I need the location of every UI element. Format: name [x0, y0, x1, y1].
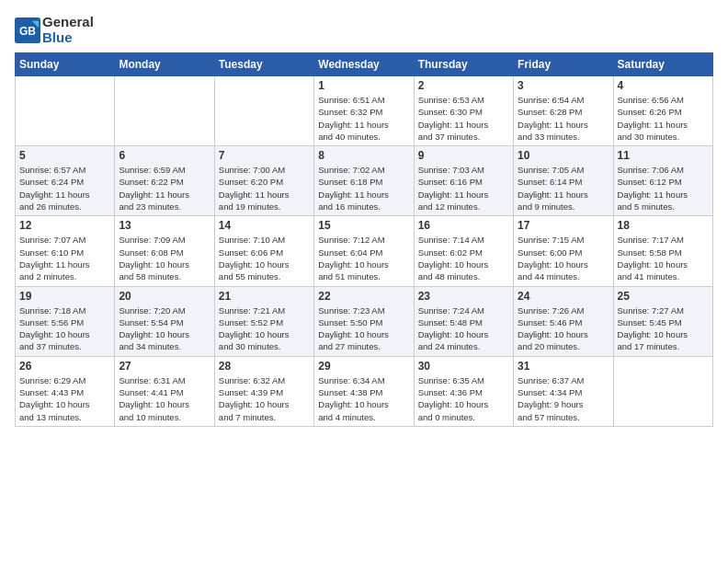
- svg-text:GB: GB: [19, 24, 36, 37]
- calendar-cell: 4Sunrise: 6:56 AM Sunset: 6:26 PM Daylig…: [613, 76, 712, 146]
- calendar-cell: 17Sunrise: 7:15 AM Sunset: 6:00 PM Dayli…: [514, 216, 613, 286]
- calendar-cell: [16, 76, 115, 146]
- calendar-cell: 29Sunrise: 6:34 AM Sunset: 4:38 PM Dayli…: [314, 356, 414, 426]
- day-info: Sunrise: 7:09 AM Sunset: 6:08 PM Dayligh…: [119, 234, 210, 282]
- calendar-cell: 16Sunrise: 7:14 AM Sunset: 6:02 PM Dayli…: [414, 216, 513, 286]
- day-number: 7: [219, 149, 310, 162]
- calendar-cell: 8Sunrise: 7:02 AM Sunset: 6:18 PM Daylig…: [314, 146, 414, 216]
- weekday-thursday: Thursday: [414, 53, 513, 76]
- day-number: 30: [418, 360, 509, 373]
- day-info: Sunrise: 7:05 AM Sunset: 6:14 PM Dayligh…: [518, 164, 609, 213]
- day-number: 6: [119, 149, 210, 162]
- day-info: Sunrise: 7:18 AM Sunset: 5:56 PM Dayligh…: [19, 304, 110, 353]
- day-number: 27: [119, 360, 210, 373]
- day-number: 10: [518, 149, 609, 162]
- weekday-saturday: Saturday: [613, 53, 712, 76]
- day-number: 9: [418, 149, 509, 162]
- day-info: Sunrise: 6:31 AM Sunset: 4:41 PM Dayligh…: [119, 374, 210, 423]
- weekday-monday: Monday: [115, 53, 214, 76]
- day-number: 31: [518, 360, 609, 373]
- day-number: 13: [119, 219, 210, 232]
- day-info: Sunrise: 7:07 AM Sunset: 6:10 PM Dayligh…: [19, 234, 110, 282]
- calendar-cell: [115, 76, 214, 146]
- calendar-cell: 27Sunrise: 6:31 AM Sunset: 4:41 PM Dayli…: [115, 356, 214, 426]
- day-info: Sunrise: 7:12 AM Sunset: 6:04 PM Dayligh…: [318, 234, 409, 282]
- day-info: Sunrise: 6:35 AM Sunset: 4:36 PM Dayligh…: [418, 374, 509, 423]
- day-info: Sunrise: 6:56 AM Sunset: 6:26 PM Dayligh…: [618, 94, 709, 143]
- calendar-cell: [613, 356, 712, 426]
- calendar-cell: 7Sunrise: 7:00 AM Sunset: 6:20 PM Daylig…: [214, 146, 313, 216]
- day-number: 3: [518, 79, 609, 92]
- day-number: 23: [418, 290, 509, 303]
- day-info: Sunrise: 7:06 AM Sunset: 6:12 PM Dayligh…: [618, 164, 709, 213]
- calendar-cell: 10Sunrise: 7:05 AM Sunset: 6:14 PM Dayli…: [514, 146, 613, 216]
- day-number: 1: [318, 79, 409, 92]
- calendar-page: GB General Blue SundayMondayTuesdayWedne…: [0, 0, 728, 563]
- day-info: Sunrise: 6:59 AM Sunset: 6:22 PM Dayligh…: [119, 164, 210, 213]
- calendar-cell: 15Sunrise: 7:12 AM Sunset: 6:04 PM Dayli…: [314, 216, 414, 286]
- day-info: Sunrise: 7:21 AM Sunset: 5:52 PM Dayligh…: [219, 304, 310, 353]
- weekday-friday: Friday: [514, 53, 613, 76]
- weekday-tuesday: Tuesday: [214, 53, 313, 76]
- day-info: Sunrise: 7:02 AM Sunset: 6:18 PM Dayligh…: [318, 164, 409, 213]
- day-number: 26: [19, 360, 110, 373]
- calendar-cell: 30Sunrise: 6:35 AM Sunset: 4:36 PM Dayli…: [414, 356, 513, 426]
- logo: GB General Blue: [15, 15, 94, 45]
- calendar-table: SundayMondayTuesdayWednesdayThursdayFrid…: [15, 52, 713, 427]
- day-info: Sunrise: 6:57 AM Sunset: 6:24 PM Dayligh…: [19, 164, 110, 213]
- day-number: 25: [618, 290, 709, 303]
- day-info: Sunrise: 6:37 AM Sunset: 4:34 PM Dayligh…: [518, 374, 609, 423]
- calendar-cell: 6Sunrise: 6:59 AM Sunset: 6:22 PM Daylig…: [115, 146, 214, 216]
- day-number: 20: [119, 290, 210, 303]
- calendar-row-2: 12Sunrise: 7:07 AM Sunset: 6:10 PM Dayli…: [16, 216, 713, 286]
- day-number: 21: [219, 290, 310, 303]
- calendar-cell: 28Sunrise: 6:32 AM Sunset: 4:39 PM Dayli…: [214, 356, 313, 426]
- calendar-row-1: 5Sunrise: 6:57 AM Sunset: 6:24 PM Daylig…: [16, 146, 713, 216]
- day-info: Sunrise: 6:54 AM Sunset: 6:28 PM Dayligh…: [518, 94, 609, 143]
- day-number: 5: [19, 149, 110, 162]
- day-info: Sunrise: 7:15 AM Sunset: 6:00 PM Dayligh…: [518, 234, 609, 282]
- day-number: 2: [418, 79, 509, 92]
- calendar-cell: 12Sunrise: 7:07 AM Sunset: 6:10 PM Dayli…: [16, 216, 115, 286]
- day-info: Sunrise: 7:00 AM Sunset: 6:20 PM Dayligh…: [219, 164, 310, 213]
- day-number: 19: [19, 290, 110, 303]
- calendar-row-0: 1Sunrise: 6:51 AM Sunset: 6:32 PM Daylig…: [16, 76, 713, 146]
- calendar-cell: 2Sunrise: 6:53 AM Sunset: 6:30 PM Daylig…: [414, 76, 513, 146]
- calendar-cell: 11Sunrise: 7:06 AM Sunset: 6:12 PM Dayli…: [613, 146, 712, 216]
- weekday-wednesday: Wednesday: [314, 53, 414, 76]
- calendar-cell: 14Sunrise: 7:10 AM Sunset: 6:06 PM Dayli…: [214, 216, 313, 286]
- day-info: Sunrise: 7:27 AM Sunset: 5:45 PM Dayligh…: [618, 304, 709, 353]
- calendar-cell: 1Sunrise: 6:51 AM Sunset: 6:32 PM Daylig…: [314, 76, 414, 146]
- day-number: 14: [219, 219, 310, 232]
- day-info: Sunrise: 7:24 AM Sunset: 5:48 PM Dayligh…: [418, 304, 509, 353]
- calendar-cell: 9Sunrise: 7:03 AM Sunset: 6:16 PM Daylig…: [414, 146, 513, 216]
- day-info: Sunrise: 6:51 AM Sunset: 6:32 PM Dayligh…: [318, 94, 409, 143]
- day-number: 11: [618, 149, 709, 162]
- calendar-cell: 3Sunrise: 6:54 AM Sunset: 6:28 PM Daylig…: [514, 76, 613, 146]
- calendar-cell: 22Sunrise: 7:23 AM Sunset: 5:50 PM Dayli…: [314, 286, 414, 356]
- day-info: Sunrise: 6:29 AM Sunset: 4:43 PM Dayligh…: [19, 374, 110, 423]
- calendar-cell: 26Sunrise: 6:29 AM Sunset: 4:43 PM Dayli…: [16, 356, 115, 426]
- day-info: Sunrise: 7:20 AM Sunset: 5:54 PM Dayligh…: [119, 304, 210, 353]
- day-number: 4: [618, 79, 709, 92]
- header: GB General Blue: [15, 15, 713, 45]
- calendar-row-3: 19Sunrise: 7:18 AM Sunset: 5:56 PM Dayli…: [16, 286, 713, 356]
- day-info: Sunrise: 6:32 AM Sunset: 4:39 PM Dayligh…: [219, 374, 310, 423]
- day-number: 16: [418, 219, 509, 232]
- day-number: 17: [518, 219, 609, 232]
- calendar-cell: 23Sunrise: 7:24 AM Sunset: 5:48 PM Dayli…: [414, 286, 513, 356]
- calendar-cell: 13Sunrise: 7:09 AM Sunset: 6:08 PM Dayli…: [115, 216, 214, 286]
- weekday-header-row: SundayMondayTuesdayWednesdayThursdayFrid…: [16, 53, 713, 76]
- day-number: 8: [318, 149, 409, 162]
- day-info: Sunrise: 7:26 AM Sunset: 5:46 PM Dayligh…: [518, 304, 609, 353]
- day-info: Sunrise: 7:23 AM Sunset: 5:50 PM Dayligh…: [318, 304, 409, 353]
- calendar-cell: 31Sunrise: 6:37 AM Sunset: 4:34 PM Dayli…: [514, 356, 613, 426]
- day-info: Sunrise: 7:10 AM Sunset: 6:06 PM Dayligh…: [219, 234, 310, 282]
- day-number: 18: [618, 219, 709, 232]
- day-info: Sunrise: 7:14 AM Sunset: 6:02 PM Dayligh…: [418, 234, 509, 282]
- calendar-cell: 21Sunrise: 7:21 AM Sunset: 5:52 PM Dayli…: [214, 286, 313, 356]
- calendar-cell: 18Sunrise: 7:17 AM Sunset: 5:58 PM Dayli…: [613, 216, 712, 286]
- calendar-row-4: 26Sunrise: 6:29 AM Sunset: 4:43 PM Dayli…: [16, 356, 713, 426]
- day-info: Sunrise: 7:17 AM Sunset: 5:58 PM Dayligh…: [618, 234, 709, 282]
- day-info: Sunrise: 7:03 AM Sunset: 6:16 PM Dayligh…: [418, 164, 509, 213]
